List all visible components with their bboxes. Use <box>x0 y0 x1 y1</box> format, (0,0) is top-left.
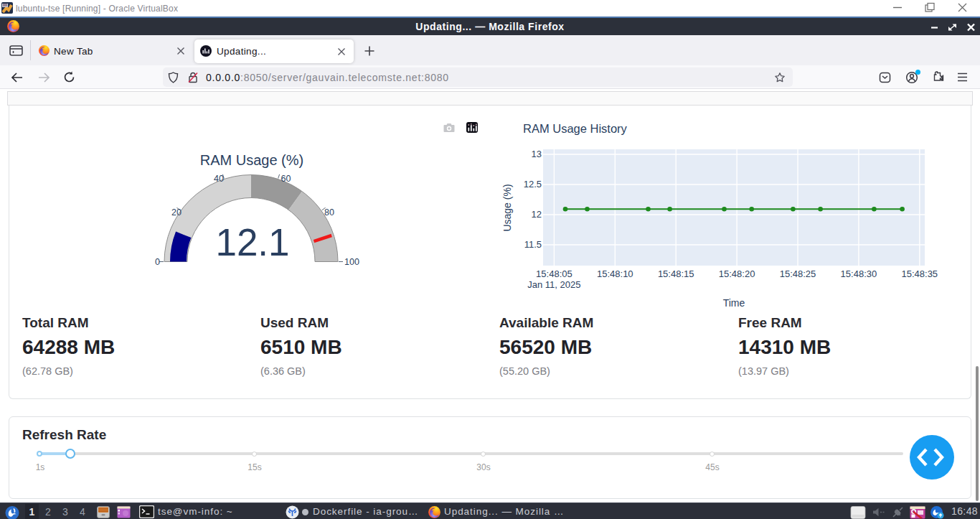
svg-text:60: 60 <box>281 174 291 184</box>
svg-text:Time: Time <box>723 297 745 309</box>
svg-text:15:48:15: 15:48:15 <box>658 268 694 279</box>
svg-text:15:48:05: 15:48:05 <box>536 268 573 279</box>
svg-text:40: 40 <box>214 174 224 184</box>
svg-text:100: 100 <box>344 257 359 267</box>
svg-text:20: 20 <box>171 207 182 218</box>
svg-text:15:48:35: 15:48:35 <box>901 268 938 279</box>
svg-text:15:48:25: 15:48:25 <box>780 268 816 279</box>
svg-text:0: 0 <box>155 257 160 267</box>
svg-text:Usage (%): Usage (%) <box>501 184 513 231</box>
svg-text:80: 80 <box>324 207 334 218</box>
svg-text:12.1: 12.1 <box>215 221 289 263</box>
svg-text:12: 12 <box>532 209 542 220</box>
svg-text:Jan 11, 2025: Jan 11, 2025 <box>527 279 580 290</box>
svg-text:11.5: 11.5 <box>524 239 542 250</box>
svg-text:15:48:10: 15:48:10 <box>597 268 633 279</box>
svg-text:15:48:20: 15:48:20 <box>719 268 755 279</box>
svg-text:15:48:30: 15:48:30 <box>841 268 877 279</box>
svg-text:12.5: 12.5 <box>524 179 542 190</box>
svg-text:13: 13 <box>532 149 542 159</box>
